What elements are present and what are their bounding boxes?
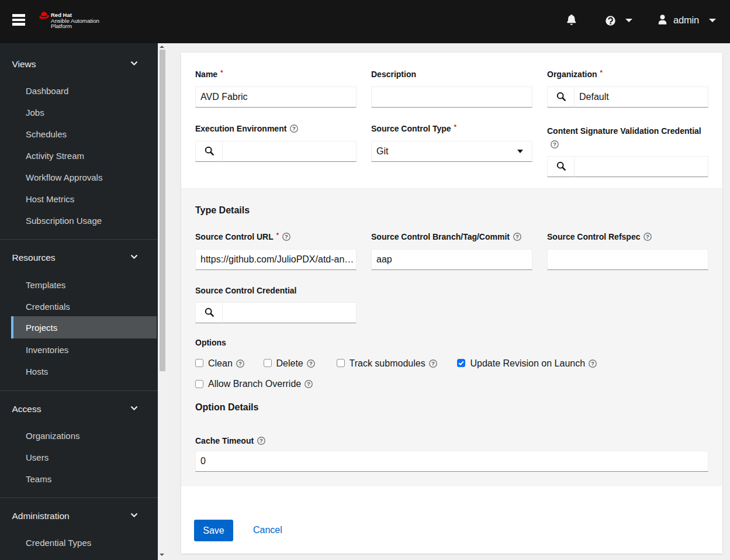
svg-text:?: ?	[646, 233, 650, 240]
svg-text:?: ?	[309, 360, 313, 367]
svg-text:?: ?	[292, 125, 296, 132]
svg-text:?: ?	[285, 233, 288, 240]
svg-text:?: ?	[238, 360, 242, 367]
svg-text:Platform: Platform	[51, 23, 72, 29]
svg-text:?: ?	[516, 233, 519, 240]
svg-text:?: ?	[591, 360, 594, 367]
svg-text:?: ?	[553, 141, 556, 147]
svg-text:?: ?	[307, 381, 310, 387]
svg-text:?: ?	[431, 360, 435, 367]
svg-text:?: ?	[260, 437, 263, 444]
